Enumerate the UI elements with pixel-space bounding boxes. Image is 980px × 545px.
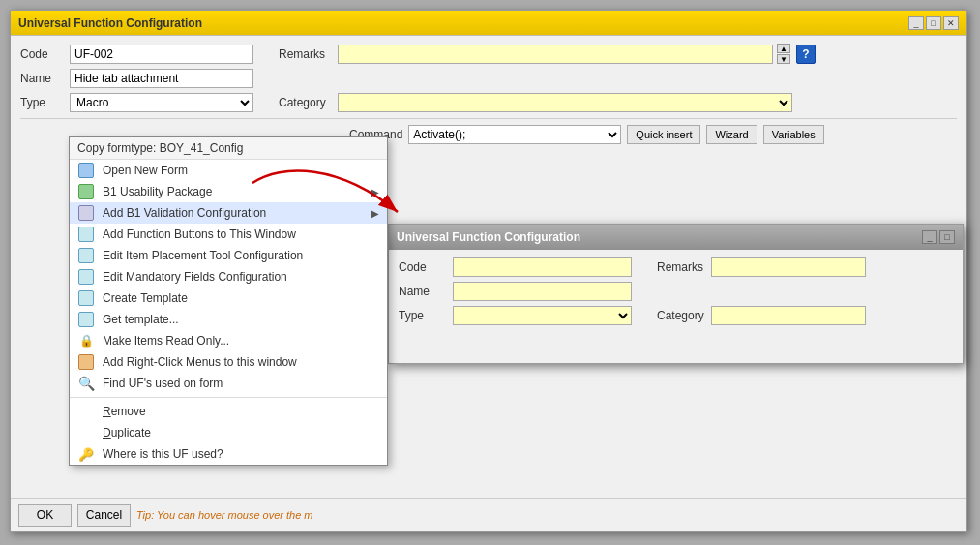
grid-icon	[75, 184, 97, 199]
menu-item-label: Make Items Read Only...	[103, 334, 229, 348]
second-name-input[interactable]	[453, 282, 632, 301]
second-remarks-label: Remarks	[657, 260, 705, 274]
second-code-label: Code	[399, 260, 447, 274]
second-window: Universal Function Configuration _ □ Cod…	[388, 224, 964, 364]
menu-item-where-used[interactable]: 🔑 Where is this UF used?	[70, 443, 387, 465]
name-row: Name	[20, 69, 957, 88]
submenu-arrow: ▶	[371, 187, 379, 197]
menu-item-label: Create Template	[103, 291, 188, 305]
submenu-arrow: ▶	[371, 208, 379, 219]
main-title-bar: Universal Function Configuration _ □ ✕	[11, 11, 966, 36]
menu-item-create-template[interactable]: Create Template	[70, 288, 387, 309]
second-window-controls: _ □	[922, 230, 955, 244]
second-code-row: Code Remarks	[399, 257, 953, 277]
menu-item-label: Remove	[103, 405, 146, 418]
divider	[20, 118, 957, 119]
menu-item-duplicate[interactable]: Duplicate	[70, 422, 387, 443]
command-select[interactable]: Activate();	[408, 125, 621, 144]
second-code-input[interactable]	[453, 257, 632, 277]
scroll-up-btn[interactable]: ▲	[777, 44, 790, 53]
get-template-icon	[75, 312, 97, 327]
variables-button[interactable]: Variables	[763, 125, 824, 144]
menu-item-label: Edit Item Placement Tool Configuration	[103, 249, 303, 262]
menu-item-label: Add B1 Validation Configuration	[103, 206, 266, 220]
menu-item-make-read-only[interactable]: 🔒 Make Items Read Only...	[70, 330, 387, 351]
mandatory-icon	[75, 269, 97, 285]
code-label: Code	[20, 47, 64, 61]
ok-button[interactable]: OK	[18, 504, 72, 527]
menu-item-open-new-form[interactable]: Open New Form	[70, 160, 387, 181]
minimize-button[interactable]: _	[908, 16, 924, 30]
menu-item-label: Edit Mandatory Fields Configuration	[103, 270, 287, 284]
second-remarks-input[interactable]	[711, 257, 866, 277]
second-category-label: Category	[657, 309, 705, 322]
menu-item-find-ufs[interactable]: 🔍 Find UF's used on form	[70, 373, 387, 394]
category-label: Category	[279, 96, 332, 109]
code-row: Code Remarks ▲ ▼ ?	[20, 44, 957, 64]
menu-item-edit-mandatory-fields[interactable]: Edit Mandatory Fields Configuration	[70, 266, 387, 288]
type-row: Type Macro Category	[20, 93, 957, 112]
menu-item-label: Where is this UF used?	[103, 447, 223, 461]
name-input[interactable]	[70, 69, 253, 88]
lock-icon: 🔒	[75, 333, 97, 348]
duplicate-icon	[75, 425, 97, 440]
remarks-input[interactable]	[338, 45, 773, 64]
remarks-label: Remarks	[279, 47, 332, 61]
second-title-bar: Universal Function Configuration _ □	[389, 225, 963, 250]
context-menu: Copy formtype: BOY_41_Config Open New Fo…	[69, 136, 388, 466]
second-type-select-wrapper	[453, 306, 632, 325]
second-type-row: Type Category	[399, 306, 953, 325]
placement-icon	[75, 248, 97, 263]
gear-icon	[75, 205, 97, 221]
second-name-row: Name	[399, 282, 953, 301]
menu-item-label: Add Right-Click Menus to this window	[103, 355, 297, 369]
quick-insert-button[interactable]: Quick insert	[627, 125, 700, 144]
form-icon	[75, 163, 97, 178]
second-category-input[interactable]	[711, 306, 866, 325]
menu-item-label: Duplicate	[103, 426, 151, 439]
menu-item-label: Find UF's used on form	[103, 377, 223, 390]
tip-text: Tip: You can hover mouse over the m	[136, 509, 313, 521]
menu-item-add-b1-validation[interactable]: Add B1 Validation Configuration ▶	[70, 202, 387, 224]
menu-item-remove[interactable]: Remove	[70, 401, 387, 422]
menu-item-edit-item-placement[interactable]: Edit Item Placement Tool Configuration	[70, 245, 387, 266]
category-select[interactable]	[338, 93, 792, 112]
search-icon: 🔍	[75, 376, 97, 391]
menu-item-label: Get template...	[103, 313, 179, 326]
window-controls: _ □ ✕	[908, 16, 959, 30]
menu-separator	[70, 397, 387, 398]
menu-item-add-right-click[interactable]: Add Right-Click Menus to this window	[70, 351, 387, 373]
second-maximize-btn[interactable]: □	[939, 230, 955, 244]
copy-icon	[75, 227, 97, 242]
remarks-area: ▲ ▼ ?	[338, 44, 816, 64]
main-window-title: Universal Function Configuration	[18, 16, 202, 30]
second-minimize-btn[interactable]: _	[922, 230, 937, 244]
second-name-label: Name	[399, 285, 447, 298]
scroll-down-btn[interactable]: ▼	[777, 54, 790, 64]
type-select[interactable]: Macro	[70, 93, 253, 112]
key-icon: 🔑	[75, 446, 97, 462]
right-click-icon	[75, 354, 97, 370]
second-type-label: Type	[399, 309, 447, 322]
menu-item-label: B1 Usability Package	[103, 185, 212, 198]
help-button[interactable]: ?	[796, 45, 816, 64]
type-label: Type	[20, 96, 64, 109]
close-button[interactable]: ✕	[943, 16, 959, 30]
wizard-button[interactable]: Wizard	[706, 125, 757, 144]
name-label: Name	[20, 72, 64, 85]
template-icon	[75, 290, 97, 306]
menu-item-label: Open New Form	[103, 164, 188, 177]
menu-item-get-template[interactable]: Get template...	[70, 309, 387, 330]
second-window-title: Universal Function Configuration	[397, 230, 580, 244]
main-window: Universal Function Configuration _ □ ✕ C…	[10, 10, 967, 532]
context-menu-header: Copy formtype: BOY_41_Config	[70, 137, 387, 160]
menu-item-label: Add Function Buttons to This Window	[103, 227, 296, 241]
remove-icon	[75, 404, 97, 419]
menu-item-b1-usability[interactable]: B1 Usability Package ▶	[70, 181, 387, 202]
maximize-button[interactable]: □	[926, 16, 941, 30]
bottom-bar: OK Cancel Tip: You can hover mouse over …	[11, 498, 966, 531]
second-type-select[interactable]	[453, 306, 632, 325]
menu-item-add-function-buttons[interactable]: Add Function Buttons to This Window	[70, 224, 387, 245]
cancel-button[interactable]: Cancel	[77, 504, 131, 527]
code-input[interactable]	[70, 45, 253, 64]
